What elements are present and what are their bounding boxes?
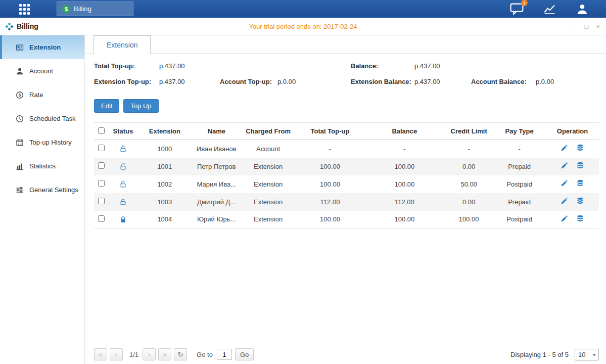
billing-app-tab[interactable]: $ Billing xyxy=(57,2,133,16)
resource-monitor-icon[interactable] xyxy=(543,3,556,15)
row-checkbox[interactable] xyxy=(98,215,105,222)
topup-icon[interactable] xyxy=(576,197,584,205)
next-page-button[interactable]: › xyxy=(143,348,156,360)
lock-status-icon xyxy=(119,198,127,205)
rate-icon: $ xyxy=(15,90,24,99)
cell-charged-from: Extension xyxy=(241,193,296,211)
topup-icon[interactable] xyxy=(576,215,584,222)
cell-charged-from: Extension xyxy=(241,211,296,229)
table-row: 1000 Иван Иванов Account - - - - xyxy=(94,140,599,158)
topup-icon[interactable] xyxy=(576,144,584,152)
edit-button[interactable]: Edit xyxy=(94,99,119,113)
cell-balance: - xyxy=(364,140,445,158)
pagination-bar: « ‹ 1/1 › » ↻ Go to Go Displaying 1 - 5 … xyxy=(94,348,599,360)
cell-credit-limit: 100.00 xyxy=(445,211,493,229)
first-page-button[interactable]: « xyxy=(94,348,107,360)
refresh-button[interactable]: ↻ xyxy=(174,348,187,360)
row-checkbox[interactable] xyxy=(98,145,105,151)
cell-balance: 100.00 xyxy=(364,175,445,193)
tab-extension[interactable]: Extension xyxy=(94,35,151,54)
select-all-checkbox[interactable] xyxy=(98,127,105,134)
sidebar-item-extension[interactable]: Extension xyxy=(0,35,84,59)
window-title: Billing xyxy=(17,22,38,30)
sidebar-item-general-settings[interactable]: General Settings xyxy=(0,178,84,202)
sidebar-item-label: Statistics xyxy=(29,162,56,170)
extension-topup-label: Extension Top-up: xyxy=(94,78,151,85)
desktop-topbar: $ Billing ! xyxy=(0,0,606,18)
sliders-icon xyxy=(15,186,24,194)
cell-extension: 1004 xyxy=(137,211,193,229)
prev-page-button[interactable]: ‹ xyxy=(110,348,123,360)
cell-name: Юрий Юрь... xyxy=(193,211,241,229)
notification-badge: ! xyxy=(521,0,528,6)
dollar-icon: $ xyxy=(62,5,70,13)
sidebar-item-scheduled-task[interactable]: Scheduled Task xyxy=(0,107,84,130)
cell-name: Петр Петров xyxy=(193,158,241,175)
bar-chart-icon xyxy=(15,162,24,170)
cell-charged-from: Extension xyxy=(241,175,296,193)
total-topup-value: р.437.00 xyxy=(159,62,185,70)
column-balance: Balance xyxy=(364,123,445,140)
cell-total-topup: 100.00 xyxy=(296,158,364,175)
messages-icon[interactable]: ! xyxy=(510,3,524,15)
account-balance-value: р.0.00 xyxy=(536,78,554,85)
maximize-icon[interactable]: □ xyxy=(585,23,589,30)
cell-extension: 1003 xyxy=(137,193,193,211)
cell-total-topup: 100.00 xyxy=(296,211,364,229)
trial-notice: Your trial period ends on: 2017-02-24 xyxy=(249,18,357,35)
sidebar-item-topup-history[interactable]: Top-up History xyxy=(0,130,84,154)
edit-icon[interactable] xyxy=(561,162,568,169)
table-row: 1002 Мария Ива... Extension 100.00 100.0… xyxy=(94,175,599,193)
account-icon xyxy=(15,67,24,75)
page-size-select[interactable]: 10 ▾ xyxy=(575,349,599,360)
goto-page-input[interactable] xyxy=(217,349,232,360)
topup-icon[interactable] xyxy=(576,162,584,169)
sidebar-item-account[interactable]: Account xyxy=(0,59,84,83)
cell-extension: 1002 xyxy=(137,175,193,193)
cell-balance: 112.00 xyxy=(364,193,445,211)
cell-pay-type: Postpaid xyxy=(493,175,546,193)
sidebar: Extension Account $ Rate Scheduled Task … xyxy=(0,35,85,364)
column-total-topup: Total Top-up xyxy=(296,123,364,140)
cell-total-topup: - xyxy=(296,140,364,158)
edit-icon[interactable] xyxy=(561,179,568,187)
column-pay-type: Pay Type xyxy=(493,123,546,140)
extension-topup-value: р.437.00 xyxy=(159,78,185,85)
cell-pay-type: - xyxy=(493,140,546,158)
sidebar-item-label: Scheduled Task xyxy=(29,115,76,122)
cell-credit-limit: - xyxy=(445,140,493,158)
page-size-value: 10 xyxy=(578,351,585,358)
topbar-right-icons: ! xyxy=(510,0,589,18)
user-account-icon[interactable] xyxy=(576,3,589,16)
cell-extension: 1000 xyxy=(137,140,193,158)
table-row: 1001 Петр Петров Extension 100.00 100.00… xyxy=(94,158,599,175)
column-charged-from: Charged From xyxy=(241,123,296,140)
billing-summary: Total Top-up: р.437.00 Balance: р.437.00… xyxy=(94,61,599,93)
topup-icon[interactable] xyxy=(576,179,584,187)
top-up-button[interactable]: Top Up xyxy=(123,99,158,113)
apps-grid-icon[interactable] xyxy=(19,4,30,15)
go-button[interactable]: Go xyxy=(235,348,254,360)
close-icon[interactable]: × xyxy=(596,23,600,30)
balance-value: р.437.00 xyxy=(414,62,440,70)
edit-icon[interactable] xyxy=(561,144,568,152)
sidebar-item-statistics[interactable]: Statistics xyxy=(0,154,84,178)
edit-icon[interactable] xyxy=(561,215,568,222)
column-name: Name xyxy=(193,123,241,140)
cell-total-topup: 112.00 xyxy=(296,193,364,211)
billing-logo-icon xyxy=(5,22,14,31)
sidebar-item-label: Rate xyxy=(29,91,43,99)
extension-balance-value: р.437.00 xyxy=(414,78,440,85)
sidebar-item-rate[interactable]: $ Rate xyxy=(0,83,84,107)
column-operation: Operation xyxy=(546,123,599,140)
total-topup-label: Total Top-up: xyxy=(94,62,135,70)
edit-icon[interactable] xyxy=(561,197,568,205)
row-checkbox[interactable] xyxy=(98,198,105,204)
window-titlebar: Billing Your trial period ends on: 2017-… xyxy=(0,18,606,35)
minimize-icon[interactable]: – xyxy=(573,23,577,30)
row-checkbox[interactable] xyxy=(98,162,105,169)
row-checkbox[interactable] xyxy=(98,180,105,187)
lock-status-icon xyxy=(119,162,127,170)
last-page-button[interactable]: » xyxy=(158,348,171,360)
cell-pay-type: Prepaid xyxy=(493,158,546,175)
